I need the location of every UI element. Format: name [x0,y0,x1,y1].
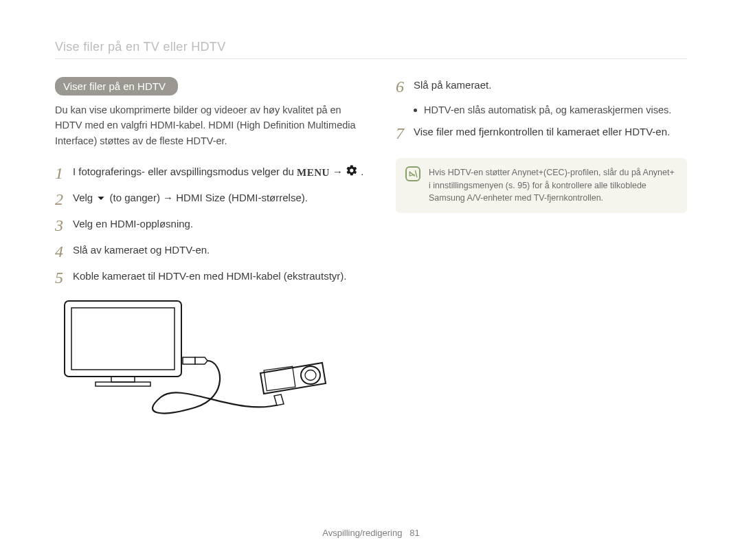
step-7: 7 Vise filer med fjernkontrollen til kam… [396,124,687,142]
right-column: 6 Slå på kameraet. HDTV-en slås automati… [396,77,687,427]
info-note-icon [405,166,420,181]
svg-point-5 [301,366,320,384]
step-number: 1 [55,164,73,181]
step-6: 6 Slå på kameraet. [396,77,687,95]
step-number: 2 [55,190,73,208]
breadcrumb: Vise filer på en TV eller HDTV [55,40,687,54]
connection-illustration [58,294,368,427]
footer-page-number: 81 [409,528,419,538]
step-number: 5 [55,268,73,286]
svg-rect-0 [65,301,181,377]
step-body: Velg (to ganger) → HDMI Size (HDMI-størr… [73,190,308,207]
note-text: Hvis HDTV-en støtter Anynet+(CEC)-profil… [429,166,677,205]
step-4: 4 Slå av kameraet og HDTV-en. [55,242,368,260]
menu-icon: MENU [297,165,330,181]
step-body: Koble kameraet til HDTV-en med HDMI-kabe… [73,268,346,284]
header-divider [55,58,687,59]
step-body: I fotograferings- eller avspillingsmodus… [73,164,364,181]
step-1: 1 I fotograferings- eller avspillingsmod… [55,164,368,181]
step-body: Velg en HDMI-oppløsning. [73,216,193,232]
step-2: 2 Velg (to ganger) → HDMI Size (HDMI-stø… [55,190,368,208]
settings-gear-icon [346,164,358,181]
note-box: Hvis HDTV-en støtter Anynet+(CEC)-profil… [396,158,687,213]
svg-rect-4 [183,357,195,364]
left-column: Viser ﬁler på en HDTV Du kan vise ukompr… [55,77,368,427]
bullet-text: HDTV-en slås automatisk på, og kameraskj… [424,103,671,118]
svg-rect-2 [111,377,135,382]
svg-rect-3 [95,382,150,386]
bullet-icon [414,109,417,112]
step-body: Vise filer med fjernkontrollen til kamer… [414,124,670,139]
step-number: 6 [396,77,414,95]
content-columns: Viser ﬁler på en HDTV Du kan vise ukompr… [55,77,687,427]
footer-section-label: Avspilling/redigering [322,528,402,538]
step-6-bullet: HDTV-en slås automatisk på, og kameraskj… [414,103,687,118]
step-number: 3 [55,216,73,234]
page-footer: Avspilling/redigering 81 [0,528,742,538]
step-3: 3 Velg en HDMI-oppløsning. [55,216,368,234]
step-number: 4 [55,242,73,260]
chevron-down-icon [95,191,106,207]
step-number: 7 [396,124,414,142]
step-body: Slå av kameraet og HDTV-en. [73,242,210,258]
step-5: 5 Koble kameraet til HDTV-en med HDMI-ka… [55,268,368,286]
svg-rect-1 [71,308,175,370]
step-body: Slå på kameraet. [414,77,491,93]
intro-paragraph: Du kan vise ukomprimerte bilder og video… [55,102,368,148]
section-title-pill: Viser ﬁler på en HDTV [55,77,178,96]
